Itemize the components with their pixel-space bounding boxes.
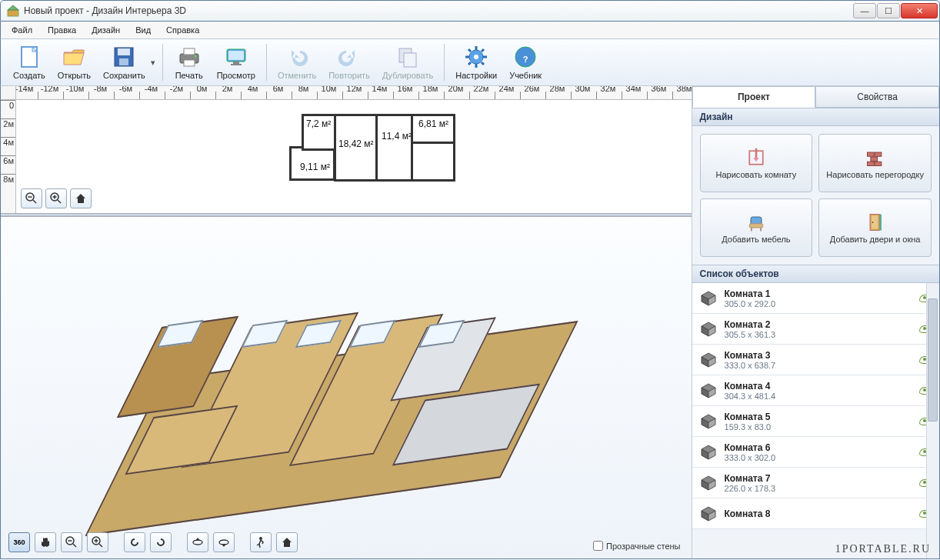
room-icon (700, 290, 717, 307)
svg-line-33 (58, 200, 61, 203)
menu-help[interactable]: Справка (160, 24, 205, 36)
watermark: 1PORTABLE.RU (835, 543, 931, 555)
ruler-horizontal: -14м-12м-10м-8м-6м-4м-2м0м2м4м6м8м10м12м… (16, 86, 692, 100)
object-list: Комната 1305.0 x 292.0Комната 2305.5 x 3… (692, 283, 939, 558)
draw-wall-button[interactable]: Нарисовать перегородку (818, 134, 932, 192)
svg-marker-47 (222, 544, 226, 547)
svg-line-23 (468, 49, 471, 52)
tutorial-button[interactable]: ?Учебник (503, 41, 548, 84)
window-titlebar: Новый проект - Дизайн Интерьера 3D — ☐ ✕ (0, 0, 940, 22)
svg-rect-12 (228, 51, 244, 60)
svg-rect-14 (231, 64, 242, 65)
svg-text:?: ? (523, 55, 528, 64)
svg-marker-1 (8, 5, 18, 10)
home-2d-button[interactable] (70, 188, 92, 208)
object-list-scrollbar[interactable] (926, 283, 939, 558)
svg-rect-13 (233, 62, 239, 64)
save-button[interactable]: Сохранить (97, 41, 152, 84)
room-icon (700, 475, 717, 492)
section-objects-header: Список объектов (692, 265, 939, 283)
orbit-right-button[interactable] (150, 532, 172, 552)
svg-rect-5 (118, 48, 130, 55)
orbit-left-button[interactable] (124, 532, 145, 552)
save-dropdown-caret[interactable]: ▾ (148, 58, 158, 68)
room-icon (700, 382, 717, 399)
svg-rect-54 (875, 152, 882, 156)
zoom-out-3d-button[interactable] (61, 532, 82, 552)
preview-button[interactable]: Просмотр (211, 41, 262, 84)
object-list-item[interactable]: Комната 5159.3 x 83.0 (692, 406, 939, 437)
add-furniture-button[interactable]: Добавить мебель (700, 198, 813, 257)
svg-rect-55 (871, 157, 878, 161)
room-icon (700, 352, 717, 368)
object-list-item[interactable]: Комната 4304.3 x 481.4 (692, 375, 939, 406)
window-maximize-button[interactable]: ☐ (877, 3, 900, 18)
section-design-header: Дизайн (692, 108, 939, 126)
svg-line-26 (482, 49, 484, 52)
object-list-item[interactable]: Комната 7226.0 x 178.3 (692, 468, 939, 498)
room-icon (700, 444, 717, 461)
menu-file[interactable]: Файл (5, 24, 38, 36)
svg-line-38 (73, 544, 76, 547)
object-list-item[interactable]: Комната 2305.5 x 361.3 (692, 314, 939, 345)
object-list-item[interactable]: Комната 6333.0 x 302.0 (692, 437, 939, 468)
tab-properties[interactable]: Свойства (815, 86, 939, 108)
svg-marker-49 (282, 538, 292, 547)
open-button[interactable]: Открыть (52, 41, 97, 84)
menu-view[interactable]: Вид (129, 24, 157, 36)
zoom-in-3d-button[interactable] (87, 532, 108, 552)
svg-rect-8 (184, 48, 195, 55)
pan-3d-button[interactable] (35, 532, 56, 552)
view-3d[interactable]: 360 Прозрачные стены (1, 217, 692, 558)
window-close-button[interactable]: ✕ (901, 3, 938, 18)
svg-marker-36 (76, 194, 85, 203)
svg-rect-56 (867, 162, 874, 165)
model-3d[interactable] (93, 278, 570, 532)
zoom-in-2d-button[interactable] (45, 188, 67, 208)
rotate-360-button[interactable]: 360 (8, 532, 30, 552)
tilt-up-button[interactable] (187, 532, 208, 552)
room-icon (700, 413, 717, 430)
home-3d-button[interactable] (276, 532, 298, 552)
window-minimize-button[interactable]: — (853, 3, 876, 18)
tilt-down-button[interactable] (213, 532, 235, 552)
window-title: Новый проект - Дизайн Интерьера 3D (24, 5, 186, 16)
redo-button[interactable]: Повторить (322, 41, 376, 84)
floorplan-2d[interactable]: 7,2 м² 18,42 м² 11,4 м² 6,81 м² 9,11 м² (289, 108, 466, 192)
svg-rect-9 (184, 60, 195, 66)
svg-rect-65 (879, 214, 882, 230)
svg-point-10 (194, 55, 196, 58)
room-icon (700, 321, 717, 338)
svg-rect-0 (8, 10, 18, 16)
svg-line-30 (33, 200, 36, 203)
draw-room-button[interactable]: Нарисовать комнату (700, 134, 813, 192)
svg-rect-59 (749, 224, 763, 228)
svg-point-64 (872, 222, 873, 223)
svg-line-25 (468, 62, 471, 65)
add-doors-windows-button[interactable]: Добавить двери и окна (818, 198, 932, 257)
object-list-item[interactable]: Комната 1305.0 x 292.0 (692, 283, 939, 314)
svg-point-18 (474, 55, 478, 59)
create-button[interactable]: Создать (7, 41, 52, 84)
print-button[interactable]: Печать (168, 41, 211, 84)
walk-button[interactable] (250, 532, 272, 552)
svg-marker-45 (195, 538, 200, 541)
menu-design[interactable]: Дизайн (85, 24, 126, 36)
svg-rect-6 (119, 58, 128, 65)
svg-rect-53 (867, 152, 874, 156)
right-panel: Проект Свойства Дизайн Нарисовать комнат… (692, 86, 939, 558)
svg-line-41 (99, 544, 102, 547)
room-icon (700, 505, 717, 522)
zoom-out-2d-button[interactable] (21, 188, 42, 208)
tab-project[interactable]: Проект (692, 86, 816, 108)
duplicate-button[interactable]: Дублировать (376, 41, 439, 84)
menu-edit[interactable]: Правка (42, 24, 82, 36)
object-list-item[interactable]: Комната 8 (692, 498, 939, 529)
svg-rect-57 (875, 162, 882, 165)
plan-2d-view[interactable]: 02м4м6м8м -14м-12м-10м-8м-6м-4м-2м0м2м4м… (1, 86, 692, 213)
settings-button[interactable]: Настройки (449, 41, 503, 84)
object-list-item[interactable]: Комната 3333.0 x 638.7 (692, 345, 939, 375)
undo-button[interactable]: Отменить (272, 41, 322, 84)
transparent-walls-checkbox[interactable]: Прозрачные стены (593, 541, 680, 551)
app-icon (7, 5, 19, 17)
